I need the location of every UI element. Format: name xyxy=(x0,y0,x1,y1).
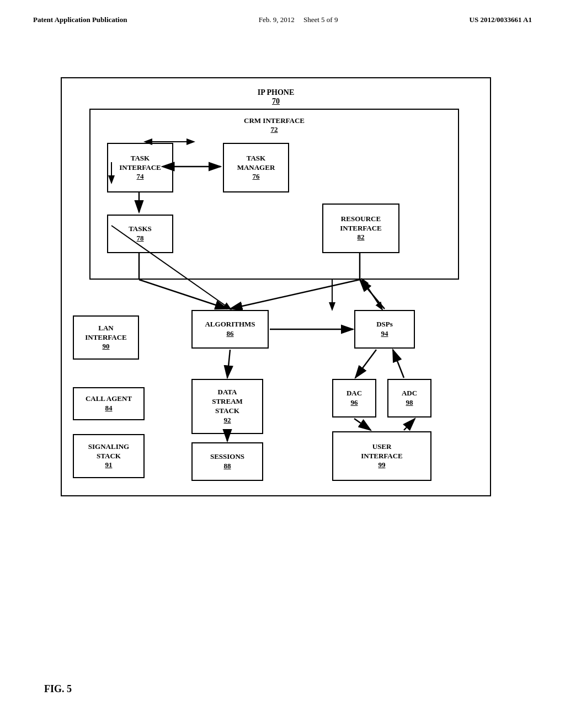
svg-line-20 xyxy=(404,419,415,430)
dsps-num: 94 xyxy=(381,329,388,339)
data-stream-stack-num: 92 xyxy=(224,416,231,425)
task-manager-box: TASKMANAGER 76 xyxy=(223,143,289,192)
dac-num: 96 xyxy=(351,398,358,408)
sessions-num: 88 xyxy=(224,462,231,471)
page-header: Patent Application Publication Feb. 9, 2… xyxy=(0,0,565,24)
signaling-stack-num: 91 xyxy=(105,461,113,470)
svg-line-14 xyxy=(139,280,227,309)
header-center: Feb. 9, 2012 Sheet 5 of 9 xyxy=(259,15,338,24)
svg-line-19 xyxy=(354,419,371,430)
task-interface-num: 74 xyxy=(137,172,144,181)
dac-box: DAC 96 xyxy=(332,379,376,417)
svg-line-11 xyxy=(230,280,360,309)
svg-line-16 xyxy=(227,350,230,378)
ip-phone-num: 70 xyxy=(62,97,490,106)
lan-interface-box: LANINTERFACE 90 xyxy=(73,315,139,360)
tasks-box: TASKS 78 xyxy=(107,215,173,253)
call-agent-box: CALL AGENT 84 xyxy=(73,387,145,420)
task-interface-box: TASKINTERFACE 74 xyxy=(107,143,173,192)
crm-num: 72 xyxy=(90,125,458,134)
resource-interface-num: 82 xyxy=(358,233,365,242)
header-date: Feb. 9, 2012 xyxy=(259,15,295,24)
svg-line-17 xyxy=(355,350,376,378)
ip-phone-label: IP PHONE 70 xyxy=(62,88,490,106)
data-stream-stack-box: DATASTREAMSTACK 92 xyxy=(191,379,263,434)
algorithms-num: 86 xyxy=(227,329,234,339)
figure-label: FIG. 5 xyxy=(44,683,72,695)
crm-label: CRM INTERFACE 72 xyxy=(90,116,458,134)
header-patent-num: US 2012/0033661 A1 xyxy=(470,15,532,24)
signaling-stack-box: SIGNALINGSTACK 91 xyxy=(73,434,145,478)
ip-phone-outer-box: IP PHONE 70 CRM INTERFACE 72 TASKINTERFA… xyxy=(61,77,491,496)
task-manager-num: 76 xyxy=(253,172,260,181)
crm-interface-box: CRM INTERFACE 72 TASKINTERFACE 74 TASKMA… xyxy=(89,109,459,280)
svg-line-4 xyxy=(363,280,382,309)
header-publication-label: Patent Application Publication xyxy=(33,15,127,24)
tasks-num: 78 xyxy=(137,234,144,243)
header-sheet: Sheet 5 of 9 xyxy=(303,15,338,24)
resource-interface-box: RESOURCEINTERFACE 82 xyxy=(322,204,399,253)
svg-line-18 xyxy=(393,350,404,378)
dsps-box: DSPs 94 xyxy=(354,310,415,349)
call-agent-num: 84 xyxy=(105,404,113,413)
user-interface-num: 99 xyxy=(379,461,386,470)
svg-line-12 xyxy=(360,280,385,309)
sessions-box: SESSIONS 88 xyxy=(191,442,263,481)
lan-interface-num: 90 xyxy=(103,342,110,351)
algorithms-box: ALGORITHMS 86 xyxy=(191,310,269,349)
adc-box: ADC 98 xyxy=(387,379,431,417)
adc-num: 98 xyxy=(406,398,413,408)
user-interface-box: USERINTERFACE 99 xyxy=(332,431,431,481)
svg-line-5 xyxy=(363,280,382,309)
